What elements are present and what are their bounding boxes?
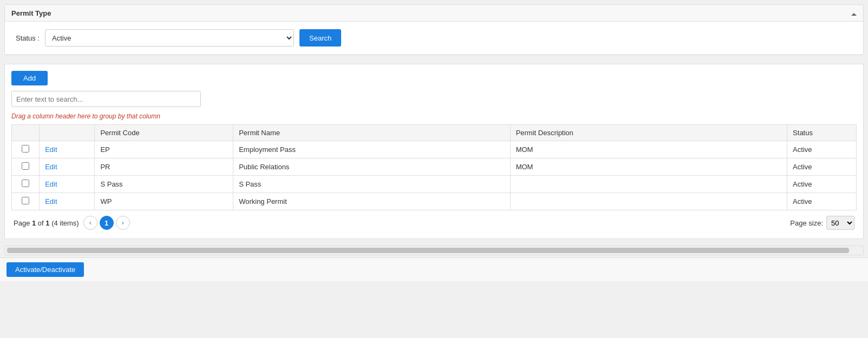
panel-header: Permit Type	[5, 5, 863, 22]
row-checkbox-cell	[12, 141, 40, 158]
page-size-select[interactable]: 10 25 50 100	[826, 216, 854, 230]
row-checkbox[interactable]	[22, 162, 29, 170]
search-button[interactable]: Search	[299, 29, 341, 47]
row-edit-cell: Edit	[40, 141, 95, 158]
row-code-cell: WP	[95, 193, 233, 210]
col-header-action	[40, 125, 95, 141]
panel-title: Permit Type	[11, 9, 51, 17]
row-desc-cell: MOM	[510, 158, 787, 176]
row-code-cell: EP	[95, 141, 233, 158]
scrollbar-thumb	[7, 248, 849, 253]
row-checkbox[interactable]	[22, 197, 29, 204]
edit-link[interactable]: Edit	[45, 180, 57, 188]
horizontal-scrollbar[interactable]	[4, 246, 864, 255]
row-status-cell: Active	[787, 141, 857, 158]
collapse-button[interactable]	[851, 8, 857, 18]
row-checkbox[interactable]	[22, 180, 29, 187]
group-hint: Drag a column header here to group by th…	[11, 112, 857, 120]
toolbar: Add	[11, 71, 857, 85]
row-edit-cell: Edit	[40, 158, 95, 176]
table-row: Edit WP Working Permit Active	[12, 193, 857, 210]
row-name-cell: Working Permit	[233, 193, 510, 210]
row-checkbox[interactable]	[22, 145, 29, 153]
row-checkbox-cell	[12, 158, 40, 176]
row-status-cell: Active	[787, 193, 857, 210]
filter-section: Status : Active Inactive All Search	[5, 22, 863, 55]
page-size-control: Page size: 10 25 50 100	[790, 216, 854, 230]
table-header-row: Permit Code Permit Name Permit Descripti…	[12, 125, 857, 141]
row-status-cell: Active	[787, 158, 857, 176]
current-page-button[interactable]: 1	[100, 216, 114, 230]
row-desc-cell: MOM	[510, 141, 787, 158]
table-row: Edit EP Employment Pass MOM Active	[12, 141, 857, 158]
page-size-label: Page size:	[790, 219, 823, 227]
row-checkbox-cell	[12, 176, 40, 193]
prev-page-button[interactable]: ‹	[83, 216, 97, 230]
edit-link[interactable]: Edit	[45, 197, 57, 206]
chevron-up-icon	[851, 13, 857, 16]
add-button[interactable]: Add	[11, 71, 48, 85]
row-name-cell: Public Relations	[233, 158, 510, 176]
row-name-cell: Employment Pass	[233, 141, 510, 158]
activate-deactivate-button[interactable]: Activate/Deactivate	[6, 262, 84, 277]
row-desc-cell	[510, 176, 787, 193]
col-header-desc: Permit Description	[510, 125, 787, 141]
content-panel: Add Drag a column header here to group b…	[4, 64, 864, 239]
table-row: Edit S Pass S Pass Active	[12, 176, 857, 193]
bottom-bar: Activate/Deactivate	[0, 257, 868, 281]
row-checkbox-cell	[12, 193, 40, 210]
pagination-bar: Page 1 of 1 (4 items) ‹ 1 › Page size: 1…	[11, 210, 857, 232]
edit-link[interactable]: Edit	[45, 163, 57, 171]
row-name-cell: S Pass	[233, 176, 510, 193]
page-info: Page 1 of 1 (4 items)	[14, 219, 79, 227]
col-header-code: Permit Code	[95, 125, 233, 141]
page-controls: ‹ 1 ›	[83, 216, 130, 230]
table-row: Edit PR Public Relations MOM Active	[12, 158, 857, 176]
row-code-cell: PR	[95, 158, 233, 176]
col-header-status: Status	[787, 125, 857, 141]
row-status-cell: Active	[787, 176, 857, 193]
table-search-input[interactable]	[11, 91, 201, 107]
row-edit-cell: Edit	[40, 176, 95, 193]
status-label: Status :	[16, 34, 40, 42]
data-table: Permit Code Permit Name Permit Descripti…	[11, 124, 857, 210]
status-select[interactable]: Active Inactive All	[45, 29, 294, 47]
edit-link[interactable]: Edit	[45, 145, 57, 154]
row-edit-cell: Edit	[40, 193, 95, 210]
col-header-checkbox	[12, 125, 40, 141]
row-code-cell: S Pass	[95, 176, 233, 193]
next-page-button[interactable]: ›	[116, 216, 130, 230]
row-desc-cell	[510, 193, 787, 210]
col-header-name: Permit Name	[233, 125, 510, 141]
